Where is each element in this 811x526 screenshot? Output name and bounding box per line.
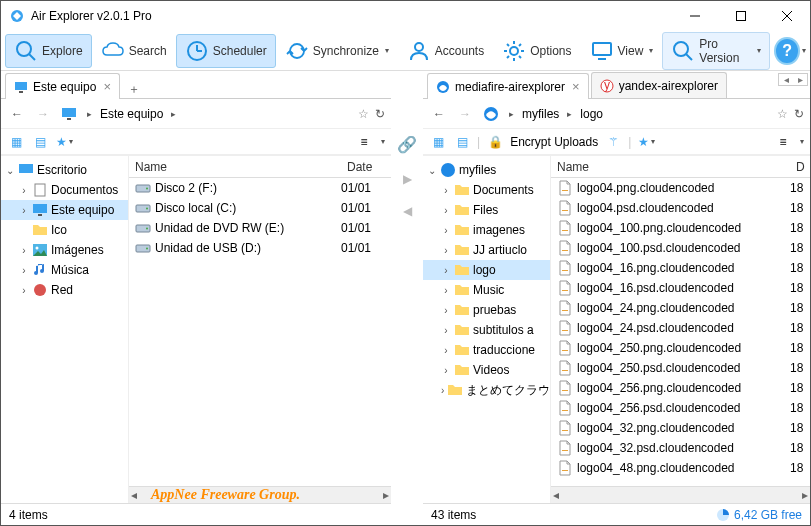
close-icon[interactable]: ×: [103, 79, 111, 94]
add-tab-button[interactable]: ＋: [122, 81, 146, 98]
star-icon[interactable]: ☆: [777, 107, 788, 121]
tree-node-label[interactable]: subtitulos a: [473, 323, 534, 337]
list-item[interactable]: logo04_250.png.cloudencoded18: [551, 338, 810, 358]
tree-node-label[interactable]: pruebas: [473, 303, 516, 317]
horizontal-scrollbar[interactable]: ◂▸: [129, 486, 391, 503]
tree-node-label[interactable]: JJ artiuclo: [473, 243, 527, 257]
column-name[interactable]: Name: [129, 160, 341, 174]
right-list-header[interactable]: Name D: [551, 156, 810, 178]
tree-node-label[interactable]: Ico: [51, 223, 67, 237]
tab-right-mediafire[interactable]: mediafire-airexplorer ×: [427, 73, 589, 99]
tree-node-label[interactable]: Escritorio: [37, 163, 87, 177]
tree-node-label[interactable]: Música: [51, 263, 89, 277]
list-item[interactable]: logo04_256.png.cloudencoded18: [551, 378, 810, 398]
chevron-right-icon[interactable]: ▸: [565, 109, 574, 119]
list-item[interactable]: Unidad de USB (D:)01/01: [129, 238, 391, 258]
chevron-down-icon[interactable]: ▾: [800, 137, 804, 146]
horizontal-scrollbar[interactable]: ◂▸: [551, 486, 810, 503]
explore-button[interactable]: Explore: [5, 34, 92, 68]
list-item[interactable]: Unidad de DVD RW (E:)01/01: [129, 218, 391, 238]
list-mode-icon[interactable]: ≡: [774, 133, 792, 151]
tree-node-label[interactable]: まとめてクラウ: [466, 382, 550, 399]
list-item[interactable]: logo04_24.png.cloudencoded18: [551, 298, 810, 318]
tree-node-label[interactable]: Music: [473, 283, 504, 297]
chevron-right-icon[interactable]: ▸: [507, 109, 516, 119]
link-icon[interactable]: 🔗: [397, 135, 417, 154]
tree-node-label[interactable]: imagenes: [473, 223, 525, 237]
back-button[interactable]: ←: [7, 104, 27, 124]
list-item[interactable]: logo04_100.psd.cloudencoded18: [551, 238, 810, 258]
tree-node-label[interactable]: Este equipo: [51, 203, 114, 217]
view-mode-icon[interactable]: ▦: [429, 133, 447, 151]
tree-node-label[interactable]: Imágenes: [51, 243, 104, 257]
maximize-button[interactable]: [718, 1, 764, 31]
group-icon[interactable]: ▤: [31, 133, 49, 151]
list-item[interactable]: logo04_32.png.cloudencoded18: [551, 418, 810, 438]
item-date: 01/01: [341, 221, 391, 235]
list-item[interactable]: logo04_256.psd.cloudencoded18: [551, 398, 810, 418]
close-button[interactable]: [764, 1, 810, 31]
refresh-button[interactable]: ↻: [375, 107, 385, 121]
forward-button[interactable]: →: [33, 104, 53, 124]
list-item[interactable]: logo04.png.cloudencoded18: [551, 178, 810, 198]
tab-left-este-equipo[interactable]: Este equipo ×: [5, 73, 120, 99]
list-item[interactable]: logo04_48.png.cloudencoded18: [551, 458, 810, 478]
column-name[interactable]: Name: [551, 160, 790, 174]
star-icon[interactable]: ☆: [358, 107, 369, 121]
share-icon[interactable]: ⚚: [604, 133, 622, 151]
close-icon[interactable]: ×: [572, 79, 580, 94]
right-tree[interactable]: ⌄myfiles ›Documents ›Files ›imagenes ›JJ…: [423, 156, 551, 503]
breadcrumb-item[interactable]: Este equipo: [100, 107, 163, 121]
list-item[interactable]: logo04_250.psd.cloudencoded18: [551, 358, 810, 378]
view-button[interactable]: View ▾: [581, 34, 663, 68]
chevron-right-icon[interactable]: ▸: [85, 109, 94, 119]
list-item[interactable]: logo04_16.png.cloudencoded18: [551, 258, 810, 278]
list-item[interactable]: logo04_100.png.cloudencoded18: [551, 218, 810, 238]
help-button[interactable]: ?: [774, 37, 800, 65]
refresh-button[interactable]: ↻: [794, 107, 804, 121]
tab-scroll[interactable]: ◂▸: [778, 73, 808, 86]
breadcrumb-item[interactable]: myfiles: [522, 107, 559, 121]
column-d[interactable]: D: [790, 160, 810, 174]
search-button[interactable]: Search: [92, 34, 176, 68]
tree-node-label[interactable]: Documents: [473, 183, 534, 197]
tree-node-label[interactable]: Red: [51, 283, 73, 297]
chevron-down-icon[interactable]: ▾: [381, 137, 385, 146]
pro-version-button[interactable]: Pro Version ▾: [662, 32, 770, 70]
back-button[interactable]: ←: [429, 104, 449, 124]
options-button[interactable]: Options: [493, 34, 580, 68]
favorite-icon[interactable]: ★▾: [55, 133, 73, 151]
forward-button[interactable]: →: [455, 104, 475, 124]
column-date[interactable]: Date: [341, 160, 391, 174]
left-tree[interactable]: ⌄Escritorio ›Documentos ›Este equipo Ico…: [1, 156, 129, 503]
encrypt-uploads-label[interactable]: Encrypt Uploads: [510, 135, 598, 149]
breadcrumb[interactable]: Este equipo: [100, 107, 163, 121]
list-item[interactable]: logo04_24.psd.cloudencoded18: [551, 318, 810, 338]
tree-node-label[interactable]: Documentos: [51, 183, 118, 197]
list-item[interactable]: Disco 2 (F:)01/01: [129, 178, 391, 198]
item-date: 01/01: [341, 181, 391, 195]
synchronize-button[interactable]: Synchronize ▾: [276, 34, 398, 68]
tree-node-label[interactable]: traduccione: [473, 343, 535, 357]
tree-node-label[interactable]: myfiles: [459, 163, 496, 177]
transfer-left-icon[interactable]: ◀: [403, 204, 412, 218]
favorite-icon[interactable]: ★▾: [637, 133, 655, 151]
scheduler-button[interactable]: Scheduler: [176, 34, 276, 68]
chevron-right-icon[interactable]: ▸: [169, 109, 178, 119]
accounts-button[interactable]: Accounts: [398, 34, 493, 68]
left-list-header[interactable]: Name Date: [129, 156, 391, 178]
transfer-right-icon[interactable]: ▶: [403, 172, 412, 186]
list-mode-icon[interactable]: ≡: [355, 133, 373, 151]
list-item[interactable]: logo04_16.psd.cloudencoded18: [551, 278, 810, 298]
list-item[interactable]: Disco local (C:)01/01: [129, 198, 391, 218]
tree-node-label[interactable]: Files: [473, 203, 498, 217]
view-mode-icon[interactable]: ▦: [7, 133, 25, 151]
tree-node-label[interactable]: logo: [473, 263, 496, 277]
breadcrumb-item[interactable]: logo: [580, 107, 603, 121]
minimize-button[interactable]: [672, 1, 718, 31]
tab-right-yandex[interactable]: y yandex-airexplorer: [591, 72, 727, 98]
group-icon[interactable]: ▤: [453, 133, 471, 151]
tree-node-label[interactable]: Videos: [473, 363, 509, 377]
list-item[interactable]: logo04.psd.cloudencoded18: [551, 198, 810, 218]
list-item[interactable]: logo04_32.psd.cloudencoded18: [551, 438, 810, 458]
